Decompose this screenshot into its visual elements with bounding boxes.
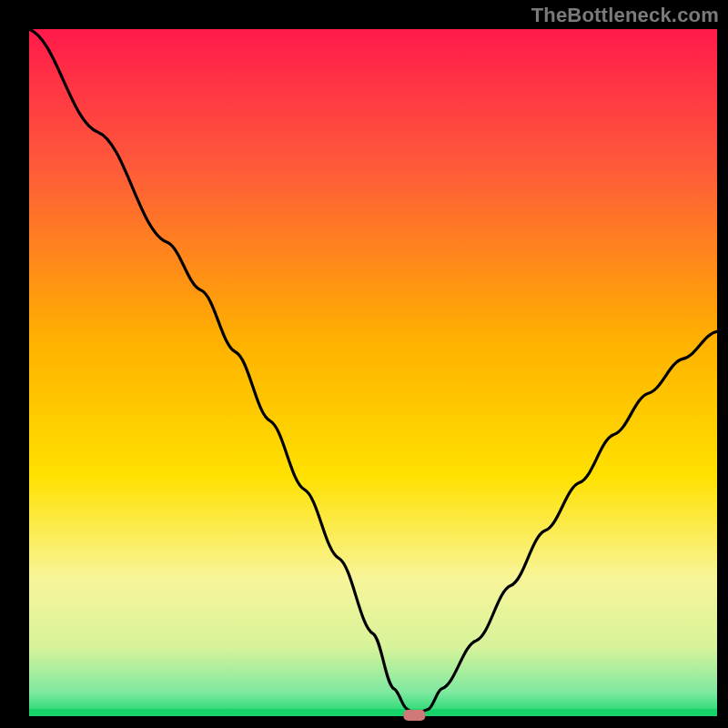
optimum-marker	[403, 710, 425, 721]
outer-frame: { "watermark": "TheBottleneck.com", "cha…	[0, 0, 728, 728]
watermark-text: TheBottleneck.com	[531, 4, 719, 27]
gradient-background	[29, 29, 717, 716]
bottleneck-chart	[0, 0, 728, 728]
green-baseline-band	[29, 709, 717, 716]
